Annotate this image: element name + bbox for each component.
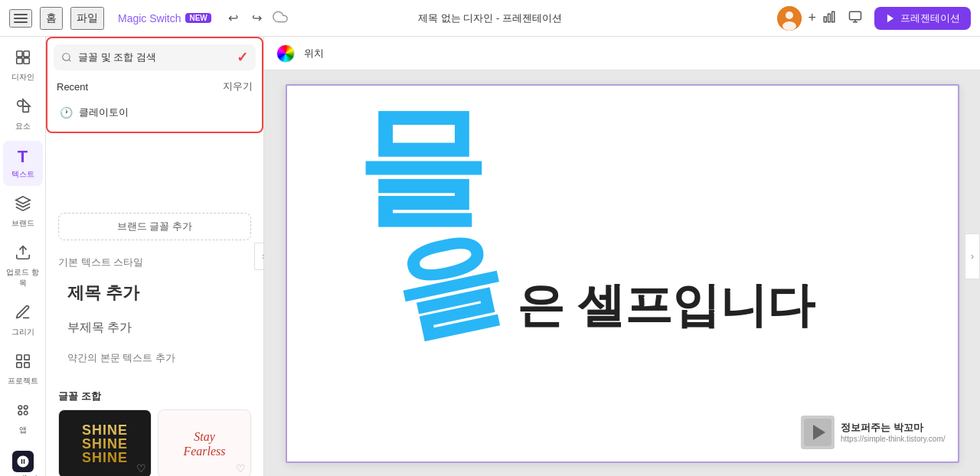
main-content: 디자인 요소 T 텍스트 브랜드 bbox=[0, 37, 980, 476]
position-label: 위치 bbox=[304, 47, 324, 60]
svg-point-2 bbox=[782, 21, 796, 31]
search-overlay: ✓ Recent 지우기 🕐 클레이토이 bbox=[46, 37, 263, 133]
add-brand-font-button[interactable]: 브랜드 글꼴 추가 bbox=[58, 213, 251, 240]
text-panel: ▲ ✓ Recent 지우기 🕐 클레이토이 브랜드 글꼴 추가 bbox=[46, 37, 264, 476]
share-button[interactable] bbox=[842, 7, 868, 29]
sidebar-item-elements[interactable]: 요소 bbox=[3, 92, 43, 138]
search-checkmark: ✓ bbox=[237, 49, 248, 66]
sidebar-item-brand[interactable]: 브랜드 bbox=[3, 189, 43, 235]
sidebar-item-projects[interactable]: 프로젝트 bbox=[3, 347, 43, 393]
svg-rect-13 bbox=[23, 106, 28, 112]
svg-point-23 bbox=[24, 411, 28, 415]
recent-item[interactable]: 🕐 클레이토이 bbox=[54, 99, 256, 126]
add-collaborator-button[interactable]: + bbox=[808, 10, 816, 26]
svg-rect-6 bbox=[850, 11, 861, 20]
present-button[interactable]: 프레젠테이션 bbox=[874, 7, 971, 30]
topbar-left: 홈 파일 Magic Switch NEW ↩ ↪ bbox=[9, 7, 771, 30]
svg-rect-10 bbox=[16, 58, 21, 64]
svg-point-22 bbox=[18, 411, 22, 415]
font-combo-section: 글꼴 조합 SHINESHINESHINE ♡ StayFearless ♡ R… bbox=[46, 383, 263, 476]
watermark-url: https://simple-think.tistory.com/ bbox=[841, 435, 946, 443]
text-label: 텍스트 bbox=[11, 169, 34, 180]
add-title-button[interactable]: 제목 추가 bbox=[58, 275, 251, 311]
svg-rect-17 bbox=[24, 355, 28, 360]
color-swatch[interactable] bbox=[276, 44, 295, 63]
heart-icon-2[interactable]: ♡ bbox=[236, 462, 246, 474]
sidebar-item-design[interactable]: 디자인 bbox=[3, 43, 43, 89]
upload-icon bbox=[15, 244, 31, 265]
svg-point-12 bbox=[17, 101, 22, 106]
elements-icon bbox=[15, 98, 31, 119]
svg-rect-18 bbox=[16, 363, 21, 367]
design-icon bbox=[15, 49, 31, 70]
sidebar-item-draw[interactable]: 그리기 bbox=[3, 298, 43, 344]
recent-header: Recent 지우기 bbox=[54, 77, 256, 99]
redo-button[interactable]: ↪ bbox=[249, 8, 265, 28]
present-label: 프레젠테이션 bbox=[900, 11, 960, 25]
svg-point-20 bbox=[18, 406, 22, 409]
add-subtitle-button[interactable]: 부제목 추가 bbox=[58, 314, 251, 342]
home-button[interactable]: 홈 bbox=[40, 7, 63, 30]
brand-icon bbox=[15, 195, 31, 216]
canvas-scroll-area[interactable]: 믈 을 은 셀프입니다 정보퍼주는 박꼬마 https://si bbox=[264, 70, 980, 476]
stay-fearless-text: StayFearless bbox=[183, 429, 225, 458]
magic-new-badge: NEW bbox=[185, 13, 211, 23]
svg-rect-16 bbox=[16, 355, 21, 360]
slide-canvas: 믈 을 은 셀프입니다 정보퍼주는 박꼬마 https://si bbox=[286, 84, 959, 463]
heart-icon[interactable]: ♡ bbox=[136, 462, 146, 474]
font-combo-grid: SHINESHINESHINE ♡ StayFearless ♡ RODEO ♡ bbox=[46, 409, 263, 476]
svg-point-1 bbox=[786, 11, 793, 19]
watermark-text: 정보퍼주는 박꼬마 https://simple-think.tistory.c… bbox=[841, 421, 946, 443]
clear-button[interactable]: 지우기 bbox=[223, 80, 253, 93]
basic-text-title: 기본 텍스트 스타일 bbox=[58, 256, 251, 269]
recent-item-text: 클레이토이 bbox=[79, 106, 129, 119]
sidebar-item-apps[interactable]: 앱 bbox=[3, 396, 43, 442]
canvas-toolbar: 위치 bbox=[264, 37, 980, 70]
svg-rect-9 bbox=[23, 51, 28, 57]
basic-text-section: 기본 텍스트 스타일 제목 추가 부제목 추가 약간의 본문 텍스트 추가 bbox=[46, 246, 263, 383]
add-body-button[interactable]: 약간의 본문 텍스트 추가 bbox=[58, 345, 251, 371]
undo-button[interactable]: ↩ bbox=[225, 8, 241, 28]
blue-char-top: 믈 bbox=[356, 101, 486, 231]
watermark-name: 정보퍼주는 박꼬마 bbox=[841, 421, 946, 435]
hide-panel-button[interactable]: › bbox=[254, 243, 264, 270]
menu-button[interactable] bbox=[9, 9, 32, 28]
analytics-button[interactable] bbox=[822, 10, 836, 27]
svg-rect-5 bbox=[832, 11, 835, 22]
design-label: 디자인 bbox=[11, 72, 34, 83]
sidebar: 디자인 요소 T 텍스트 브랜드 bbox=[0, 37, 46, 476]
svg-rect-11 bbox=[23, 58, 28, 64]
upload-label: 업로드 항목 bbox=[6, 267, 40, 289]
font-search-input[interactable] bbox=[78, 52, 230, 64]
clock-icon: 🕐 bbox=[60, 106, 73, 119]
svg-rect-3 bbox=[824, 17, 826, 22]
elements-label: 요소 bbox=[15, 121, 31, 132]
design-title: 제목 없는 디자인 - 프레젠테이션 bbox=[418, 11, 562, 25]
apps-label: 앱 bbox=[19, 425, 27, 435]
topbar-right: + 프레젠테이션 bbox=[777, 6, 971, 31]
user-avatar[interactable] bbox=[777, 6, 802, 31]
recent-label: Recent bbox=[57, 81, 88, 93]
svg-point-21 bbox=[24, 406, 28, 409]
magic-switch-button[interactable]: Magic Switch NEW bbox=[112, 9, 217, 28]
scroll-right-button[interactable]: › bbox=[965, 233, 980, 279]
canvas-area: 위치 믈 을 은 셀프입니다 bbox=[264, 37, 980, 476]
sidebar-item-upload[interactable]: 업로드 항목 bbox=[3, 238, 43, 295]
svg-rect-19 bbox=[24, 363, 28, 367]
font-combo-stay-fearless[interactable]: StayFearless ♡ bbox=[158, 409, 251, 476]
brandfetch-icon bbox=[12, 451, 34, 472]
canvas-watermark: 정보퍼주는 박꼬마 https://simple-think.tistory.c… bbox=[801, 416, 946, 449]
file-button[interactable]: 파일 bbox=[70, 7, 104, 30]
text-icon: T bbox=[18, 147, 28, 167]
sidebar-item-brandfetch[interactable]: Brandfetch bbox=[3, 445, 43, 476]
projects-label: 프로젝트 bbox=[8, 376, 38, 386]
svg-rect-8 bbox=[16, 51, 21, 57]
search-box: ✓ bbox=[54, 44, 256, 70]
font-combo-title: 글꼴 조합 bbox=[46, 383, 263, 409]
topbar-center: 제목 없는 디자인 - 프레젠테이션 bbox=[418, 11, 562, 25]
font-combo-shine[interactable]: SHINESHINESHINE ♡ bbox=[58, 409, 152, 476]
shine-text: SHINESHINESHINE bbox=[82, 423, 128, 465]
brand-label: 브랜드 bbox=[11, 218, 34, 229]
canvas-main-text: 은 셀프입니다 bbox=[517, 273, 815, 337]
sidebar-item-text[interactable]: T 텍스트 bbox=[3, 141, 43, 186]
